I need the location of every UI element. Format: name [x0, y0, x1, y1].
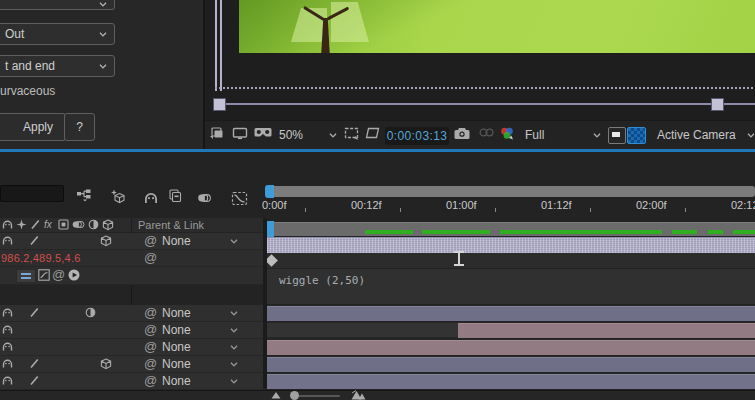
shy-switch-icon[interactable]: [2, 375, 13, 386]
layer-row[interactable]: @ None: [0, 373, 263, 390]
layer-row[interactable]: @ None: [0, 233, 263, 250]
pickwhip-icon[interactable]: @: [144, 339, 157, 355]
chevron-down-icon: [99, 64, 107, 69]
quality-switch-icon[interactable]: [29, 235, 40, 246]
position-value[interactable]: 986.2,489.5,4.6: [1, 250, 80, 266]
expression-pickwhip-icon[interactable]: @: [52, 267, 65, 283]
pickwhip-icon[interactable]: @: [144, 322, 157, 338]
pickwhip-icon[interactable]: @: [144, 305, 157, 321]
pickwhip-icon[interactable]: @: [144, 373, 157, 389]
composition-image[interactable]: [239, 0, 755, 53]
mask-visibility-icon[interactable]: [365, 127, 380, 139]
chevron-down-icon[interactable]: [230, 379, 238, 384]
position-property-row[interactable]: 986.2,489.5,4.6 @: [0, 250, 263, 267]
pickwhip-icon[interactable]: @: [144, 233, 157, 249]
shy-switch-icon[interactable]: [2, 235, 13, 246]
3d-switch-icon[interactable]: [100, 358, 112, 370]
quality-switch-icon[interactable]: [29, 307, 40, 318]
parent-select[interactable]: None: [162, 322, 191, 338]
timeline-zoom-slider-track[interactable]: [292, 395, 340, 397]
zoom-out-mountain-icon[interactable]: [271, 391, 281, 399]
chevron-down-icon[interactable]: [230, 328, 238, 333]
stereo-goggles-icon[interactable]: [254, 127, 272, 139]
selection-handle-left[interactable]: [213, 98, 226, 111]
parent-select[interactable]: None: [162, 356, 191, 372]
zoom-in-mountain-icon[interactable]: [351, 390, 366, 400]
post-expression-graph-icon[interactable]: [38, 269, 50, 281]
parent-select[interactable]: None: [162, 233, 191, 249]
3d-switch-icon[interactable]: [100, 235, 112, 247]
chevron-down-icon: [99, 32, 107, 37]
mini-flowchart-icon[interactable]: [76, 189, 93, 203]
quality-icon[interactable]: [30, 219, 41, 230]
layer-row[interactable]: @ None: [0, 305, 263, 322]
motion-blur-icon[interactable]: [197, 192, 212, 204]
expression-controls-row: @: [0, 267, 263, 285]
cache-indicator-segment: [672, 230, 697, 234]
channel-rgb-icon[interactable]: [500, 127, 514, 140]
expression-language-menu-icon[interactable]: [68, 269, 80, 281]
collapse-transformations-icon[interactable]: [16, 219, 27, 230]
frame-blend-icon[interactable]: [58, 219, 69, 230]
apply-button[interactable]: Apply: [0, 113, 66, 141]
view-select[interactable]: Active Camera: [657, 126, 755, 144]
region-of-interest-icon[interactable]: [344, 127, 359, 140]
layer-row[interactable]: @ None: [0, 339, 263, 356]
layer-duration-bar[interactable]: [267, 306, 755, 321]
layer-duration-bar[interactable]: [267, 340, 755, 355]
expression-text[interactable]: wiggle (2,50): [279, 274, 365, 287]
pickwhip-icon[interactable]: @: [144, 356, 157, 372]
motion-blur-column-icon[interactable]: [72, 219, 85, 230]
transparency-grid-button[interactable]: [627, 127, 646, 144]
3d-layer-icon[interactable]: [102, 219, 114, 231]
shy-switch-icon[interactable]: [2, 358, 13, 369]
adjustment-layer-icon[interactable]: [88, 219, 99, 230]
resolution-select[interactable]: Full: [525, 126, 601, 144]
time-navigator-bar[interactable]: [269, 186, 755, 197]
shy-switch-icon[interactable]: [2, 341, 13, 352]
fast-previews-button[interactable]: [608, 127, 626, 144]
shy-switch-icon[interactable]: [2, 324, 13, 335]
layer-duration-bar[interactable]: [267, 357, 755, 372]
layer-bounding-line: [219, 103, 755, 105]
layer-duration-bar[interactable]: [267, 374, 755, 389]
show-snapshot-icon[interactable]: [479, 127, 494, 138]
chevron-down-icon[interactable]: [230, 311, 238, 316]
monitor-icon[interactable]: [232, 127, 248, 140]
graph-editor-icon[interactable]: [231, 190, 248, 206]
navigator-playhead[interactable]: [265, 185, 274, 198]
timeline-zoom-slider-knob[interactable]: [290, 391, 299, 400]
adjustment-switch-icon[interactable]: [85, 307, 96, 318]
parent-select[interactable]: None: [162, 339, 191, 355]
enable-expression-button[interactable]: [16, 269, 36, 283]
dropdown-start-end[interactable]: t and end: [0, 55, 115, 77]
layer-row[interactable]: @ None: [0, 322, 263, 339]
help-button[interactable]: ?: [64, 113, 95, 141]
fx-icon[interactable]: fx: [44, 219, 52, 230]
layer-duration-bar[interactable]: [458, 323, 755, 338]
parent-select[interactable]: None: [162, 305, 191, 321]
frame-blending-icon[interactable]: [169, 189, 184, 204]
current-timecode[interactable]: 0:00:03:13: [385, 127, 449, 145]
shy-switch-icon[interactable]: [2, 307, 13, 318]
chevron-down-icon[interactable]: [230, 345, 238, 350]
quality-switch-icon[interactable]: [29, 375, 40, 386]
magnification-select[interactable]: 50%: [279, 126, 337, 144]
selection-handle-right[interactable]: [711, 98, 724, 111]
draft-3d-icon[interactable]: [110, 189, 126, 204]
parent-select[interactable]: None: [162, 373, 191, 389]
timeline-search-input[interactable]: [0, 185, 64, 202]
shy-icon[interactable]: [2, 219, 13, 230]
fast-previews-glyph: [612, 132, 620, 137]
snapshot-camera-icon[interactable]: [454, 127, 470, 140]
layer-row[interactable]: @ None: [0, 356, 263, 373]
preset-dropdown-top[interactable]: [0, 0, 115, 10]
quality-switch-icon[interactable]: [29, 358, 40, 369]
dropdown-out[interactable]: Out: [0, 23, 115, 45]
layer-stack-icon[interactable]: [209, 127, 224, 140]
hide-shy-layers-icon[interactable]: [144, 191, 158, 205]
pickwhip-icon[interactable]: @: [144, 250, 157, 266]
chevron-down-icon[interactable]: [230, 239, 238, 244]
chevron-down-icon[interactable]: [230, 362, 238, 367]
active-panel-accent-line: [0, 149, 755, 152]
